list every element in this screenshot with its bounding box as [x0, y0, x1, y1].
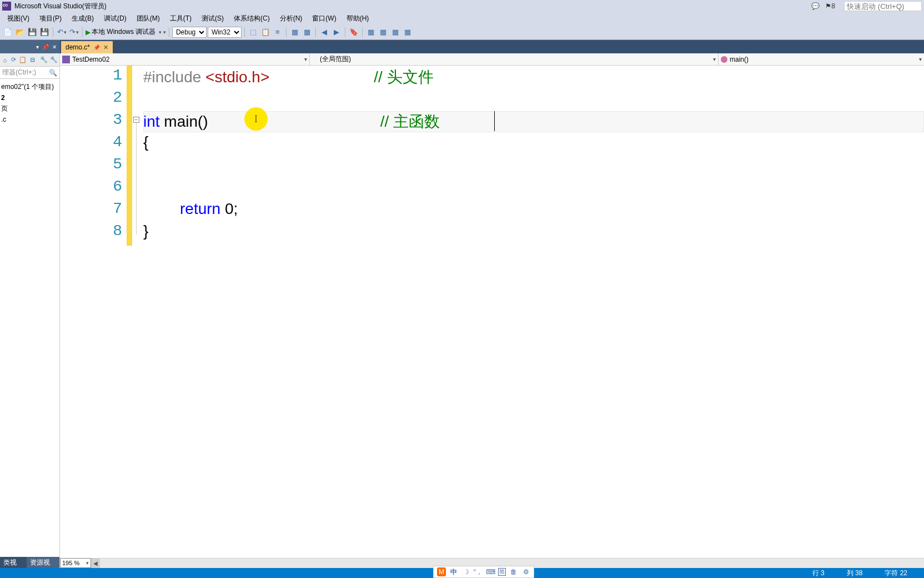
close-panel-icon[interactable]: ✕	[52, 44, 57, 50]
feedback-icon[interactable]: 💬	[811, 2, 820, 10]
line-number: 2	[113, 89, 122, 106]
misc-icon-1[interactable]: ▦	[365, 27, 376, 38]
open-icon[interactable]: 📂	[14, 27, 26, 38]
pushpin-icon[interactable]: 📌	[42, 44, 49, 50]
nav-function-label: main()	[730, 56, 749, 63]
ime-trash-icon[interactable]: 🗑	[509, 567, 518, 576]
properties-icon[interactable]: 🔧	[40, 56, 48, 64]
solution-explorer-panel: ⌂ ⟳ 📋 ⊟ 🔧 🔧 理器(Ctrl+;) 🔍 emo02"(1 个项目) 2…	[0, 53, 60, 568]
line-number: 8	[113, 222, 122, 240]
tool-icon-2[interactable]: 📋	[260, 27, 271, 38]
indent-icon[interactable]: ▶	[331, 27, 342, 38]
menu-help[interactable]: 帮助(H)	[342, 13, 374, 24]
ime-logo-icon[interactable]: M	[437, 567, 446, 576]
menu-window[interactable]: 窗口(W)	[307, 13, 341, 24]
folder-node[interactable]: 页	[1, 103, 58, 114]
outdent-icon[interactable]: ◀	[319, 27, 330, 38]
line-number: 3	[113, 111, 122, 128]
pin-tab-icon[interactable]: 📌	[93, 44, 100, 51]
status-char: 字符 22	[885, 569, 907, 578]
debug-target[interactable]: 本地 Windows 调试器	[92, 27, 155, 37]
pin-icon[interactable]: ▾	[36, 44, 39, 50]
config-select[interactable]: Debug	[172, 27, 207, 38]
tool-icon-3[interactable]: ≡	[272, 27, 283, 38]
ime-simp-toggle[interactable]: 简	[498, 568, 506, 576]
file-tab-democ[interactable]: demo.c* 📌 ✕	[61, 41, 113, 53]
refresh-icon[interactable]: ⟳	[11, 56, 17, 64]
menu-test[interactable]: 测试(S)	[197, 13, 229, 24]
tab-class-view[interactable]: 类视图	[0, 557, 27, 568]
project-icon	[62, 56, 70, 63]
code-line-7[interactable]: return 0;	[180, 200, 238, 218]
line-number: 6	[113, 178, 122, 195]
nav-class-label: (全局范围)	[320, 54, 351, 64]
ime-punct-icon[interactable]: °，	[474, 567, 483, 576]
line-number: 4	[113, 133, 122, 151]
menu-bar: 视图(V) 项目(P) 生成(B) 调试(D) 团队(M) 工具(T) 测试(S…	[0, 12, 924, 24]
misc-icon-2[interactable]: ▦	[378, 27, 389, 38]
file-tab-label: demo.c*	[66, 43, 90, 51]
side-bottom-tabs: 类视图 资源视图	[0, 557, 59, 568]
nav-class-dropdown[interactable]: (全局范围)	[310, 53, 719, 65]
tool-icon-1[interactable]: ⬚	[248, 27, 259, 38]
play-icon[interactable]: ▶	[86, 28, 91, 36]
nav-scope-label: TestDemo02	[72, 56, 109, 63]
misc-icon-4[interactable]: ▦	[402, 27, 413, 38]
menu-debug[interactable]: 调试(D)	[99, 13, 132, 24]
home-icon[interactable]: ⌂	[2, 56, 8, 64]
copy-icon[interactable]: 📋	[19, 56, 27, 64]
nav-scope-dropdown[interactable]: TestDemo02	[60, 53, 310, 65]
ime-keyboard-icon[interactable]: ⌨	[486, 567, 495, 576]
wrench-icon[interactable]: 🔧	[50, 56, 58, 64]
text-caret	[494, 111, 495, 131]
ime-cn-toggle[interactable]: 中	[449, 567, 458, 576]
menu-project[interactable]: 项目(P)	[34, 13, 67, 24]
tab-resource-view[interactable]: 资源视图	[27, 557, 59, 568]
search-placeholder: 理器(Ctrl+;)	[2, 68, 36, 77]
menu-analyze[interactable]: 分析(N)	[275, 13, 308, 24]
fold-toggle[interactable]: −	[133, 117, 139, 123]
notification-count: 8	[831, 2, 835, 10]
notifications-flag[interactable]: ⚑8	[825, 2, 835, 10]
bookmark-icon[interactable]: 🔖	[348, 27, 359, 38]
menu-team[interactable]: 团队(M)	[132, 13, 165, 24]
scroll-left-icon[interactable]: ◀	[91, 559, 100, 568]
ime-settings-icon[interactable]: ⚙	[521, 567, 530, 576]
line-number: 7	[113, 200, 122, 217]
code-editor[interactable]: 1 2 3 4 5 6 7 8 − #include <stdio.h>// 头…	[60, 66, 924, 558]
project-node[interactable]: 2	[1, 93, 58, 103]
ime-toolbar[interactable]: M 中 ☽ °， ⌨ 简 🗑 ⚙	[433, 566, 534, 578]
code-line-4[interactable]: {	[143, 133, 148, 151]
zoom-dropdown[interactable]: 195 %	[60, 558, 91, 568]
menu-build[interactable]: 生成(B)	[67, 13, 99, 24]
status-col: 列 38	[847, 569, 863, 578]
uncomment-icon[interactable]: ▦	[302, 27, 313, 38]
menu-tools[interactable]: 工具(T)	[165, 13, 197, 24]
code-line-1[interactable]: #include <stdio.h>// 头文件	[143, 67, 434, 88]
close-tab-icon[interactable]: ✕	[103, 44, 108, 51]
comment-icon[interactable]: ▦	[289, 27, 300, 38]
ime-moon-icon[interactable]: ☽	[461, 567, 470, 576]
platform-select[interactable]: Win32	[208, 27, 242, 38]
code-line-8[interactable]: }	[143, 222, 148, 240]
collapse-icon[interactable]: ⊟	[29, 56, 36, 64]
new-file-icon[interactable]: 📄	[2, 27, 13, 38]
redo-button[interactable]: ↷	[68, 27, 79, 38]
nav-function-dropdown[interactable]: main()	[719, 53, 924, 65]
misc-icon-3[interactable]: ▦	[390, 27, 401, 38]
menu-view[interactable]: 视图(V)	[2, 13, 34, 24]
save-icon[interactable]: 💾	[27, 27, 38, 38]
solution-search[interactable]: 理器(Ctrl+;) 🔍	[0, 67, 59, 79]
solution-node[interactable]: emo02"(1 个项目)	[1, 81, 58, 93]
menu-arch[interactable]: 体系结构(C)	[229, 13, 275, 24]
save-all-icon[interactable]: 💾	[39, 27, 50, 38]
zoom-value: 195 %	[62, 560, 79, 566]
solution-explorer-tab-header: ▾ 📌 ✕	[0, 40, 60, 53]
file-node[interactable]: .c	[1, 114, 58, 124]
search-icon: 🔍	[49, 69, 57, 77]
code-nav-bar: TestDemo02 (全局范围) main()	[60, 53, 924, 66]
undo-button[interactable]: ↶	[56, 27, 67, 38]
quick-launch-input[interactable]	[844, 1, 922, 11]
fold-guide	[136, 123, 137, 235]
solution-tree[interactable]: emo02"(1 个项目) 2 页 .c	[0, 79, 59, 127]
